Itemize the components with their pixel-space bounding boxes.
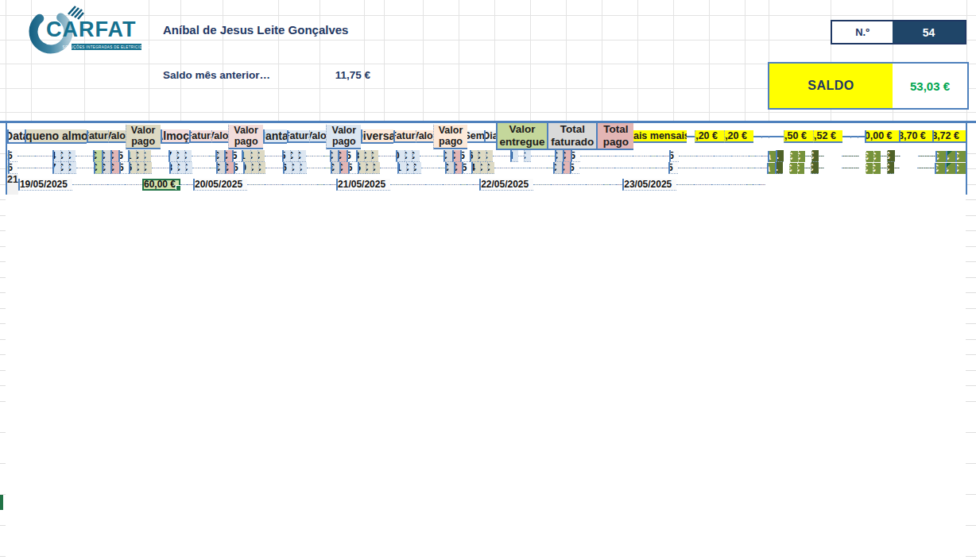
cell-di-0[interactable] [633, 156, 639, 156]
cell-al-0[interactable] [493, 156, 499, 156]
cell-week-total-tp[interactable]: 62,60 € [955, 163, 966, 174]
cell-ja-0[interactable] [107, 184, 114, 185]
cell-ve[interactable] [324, 168, 331, 168]
cell-vref-pa-1[interactable]: 3,15 € [811, 162, 818, 174]
cell-vref-al-2[interactable] [854, 168, 859, 168]
cell-di-2[interactable] [541, 168, 547, 168]
header-pa[interactable]: Pequeno almoço [25, 129, 86, 144]
cell-ja-0[interactable]: 16 286 [283, 162, 291, 174]
subheader-al-2[interactable]: Valor pago [228, 125, 263, 149]
cell-monthly-al-2[interactable] [769, 136, 776, 137]
cell-monthly-ja-1[interactable]: 94,50 € [784, 130, 813, 143]
cell-tp[interactable]: 15,40 € [454, 162, 463, 174]
cell-al-1[interactable] [604, 156, 610, 156]
cell-ja-0[interactable]: 15 237 [168, 150, 176, 162]
prev-balance-label-cell[interactable]: Saldo mês anterior… [163, 69, 270, 81]
cell-date[interactable]: 13/05/2025 [119, 162, 129, 174]
cell-al-0[interactable] [90, 184, 96, 185]
cell-di-0[interactable] [307, 168, 313, 168]
cell-pa-0[interactable] [247, 184, 254, 185]
cell-tp[interactable] [330, 184, 336, 185]
cell-di-1[interactable] [449, 184, 455, 185]
cell-pa-0[interactable] [678, 168, 684, 168]
cell-al-0[interactable] [695, 168, 702, 168]
cell-tp[interactable] [761, 156, 768, 156]
cell-pa-2[interactable] [691, 156, 696, 156]
cell-ja-1[interactable] [718, 184, 723, 185]
cell-date[interactable]: 22/05/2025 [479, 179, 533, 191]
cell-al-0[interactable] [694, 184, 700, 185]
cell-tf[interactable] [467, 184, 473, 185]
subheader-ja-1[interactable]: Valor [309, 130, 327, 143]
subheader-di-0[interactable]: Fatura [393, 130, 416, 143]
cell-ve[interactable] [210, 168, 216, 168]
cell-al-2[interactable] [277, 168, 283, 168]
cell-tp[interactable] [761, 168, 767, 168]
cell-pa-2[interactable] [688, 184, 694, 185]
cell-al-1[interactable] [271, 156, 277, 156]
cell-date[interactable]: 17/05/2025 [570, 162, 579, 174]
cell-ja-0[interactable] [512, 168, 518, 168]
cell-tp[interactable] [759, 184, 765, 185]
cell-soma-label[interactable]: soma [767, 163, 775, 174]
cell-ve[interactable] [650, 156, 656, 156]
cell-di-2[interactable] [433, 168, 439, 168]
cell-tf[interactable]: 12,50 € [102, 162, 110, 174]
cell-tp[interactable]: 16,40 € [339, 162, 348, 174]
cell-week-total-tp[interactable]: 56,12 € [955, 151, 966, 162]
cell-tp[interactable]: 2,90 € [562, 162, 570, 174]
saldo-label-cell[interactable]: SALDO [769, 64, 893, 108]
cell-pa-0[interactable]: 23 151 [242, 150, 250, 162]
cell-tf[interactable]: 12,90 € [443, 150, 452, 162]
cell-di-2[interactable] [318, 156, 323, 156]
cell-al-2[interactable] [163, 156, 168, 156]
cell-tf[interactable] [656, 168, 662, 168]
cell-al-2[interactable] [47, 156, 52, 156]
cell-week-total-ve[interactable]: 50,00 € [935, 151, 946, 162]
subheader-ja-0[interactable]: Fatura [287, 130, 309, 143]
cell-al-1[interactable] [41, 156, 47, 156]
cell-ja-0[interactable]: arred [510, 150, 518, 162]
cell-di-0[interactable] [731, 156, 738, 156]
cell-al-2[interactable] [390, 156, 396, 156]
cell-pa-1[interactable] [586, 168, 591, 168]
cell-di-1[interactable] [312, 156, 318, 156]
cell-pa-2[interactable]: 2,90 € [487, 162, 494, 174]
cell-di-1[interactable] [131, 184, 137, 185]
cell-ja-1[interactable] [289, 184, 294, 185]
cell-ve[interactable] [547, 168, 553, 168]
cell-al-1[interactable] [700, 184, 706, 185]
cell-ve[interactable] [437, 156, 443, 156]
cell-di-1[interactable] [306, 184, 312, 185]
subheader-di-2[interactable]: Valor pago [433, 125, 468, 149]
cell-vref-ja-0[interactable] [881, 156, 887, 156]
cell-tp[interactable]: 12,90 € [224, 150, 233, 162]
cell-ja-1[interactable] [114, 184, 119, 185]
cell-pa-0[interactable]: 23 536 [470, 150, 478, 162]
cell-al-0[interactable] [598, 156, 604, 156]
cell-al-1[interactable] [158, 168, 164, 168]
cell-date[interactable]: 10/05/2025 [571, 150, 580, 162]
subheader-al-0[interactable]: Fatura [189, 130, 211, 143]
cell-ja-1[interactable]: 14,50 € [290, 150, 298, 162]
cell-monthly-ve[interactable]: 160,00 € [865, 130, 899, 143]
header-ve[interactable]: Valor entregue [496, 123, 548, 150]
cell-pa-0[interactable]: 24 695 [358, 162, 366, 174]
cell-pa-1[interactable] [683, 184, 688, 185]
cell-ja-2[interactable]: 12,50 € [185, 162, 193, 174]
cell-vref-label[interactable]: V. ref. [776, 150, 784, 162]
header-dia[interactable]: Dia [484, 130, 496, 143]
cell-ve[interactable] [748, 168, 754, 168]
cell-pa-1[interactable]: 2,90 € [478, 150, 485, 162]
cell-date[interactable]: 05/05/2025 [8, 150, 17, 162]
cell-di-0[interactable] [421, 168, 428, 168]
cell-al-2[interactable] [610, 156, 615, 156]
cell-di-1[interactable] [738, 156, 743, 156]
cell-tf[interactable] [610, 184, 616, 185]
cell-di-2[interactable] [645, 156, 650, 156]
cell-monthly-di-2[interactable] [858, 136, 865, 137]
cell-vref-di-1[interactable] [924, 156, 930, 156]
cell-ja-2[interactable]: 14,50 € [298, 150, 306, 162]
cell-al-0[interactable] [380, 168, 386, 168]
cell-ja-0[interactable] [425, 184, 432, 185]
